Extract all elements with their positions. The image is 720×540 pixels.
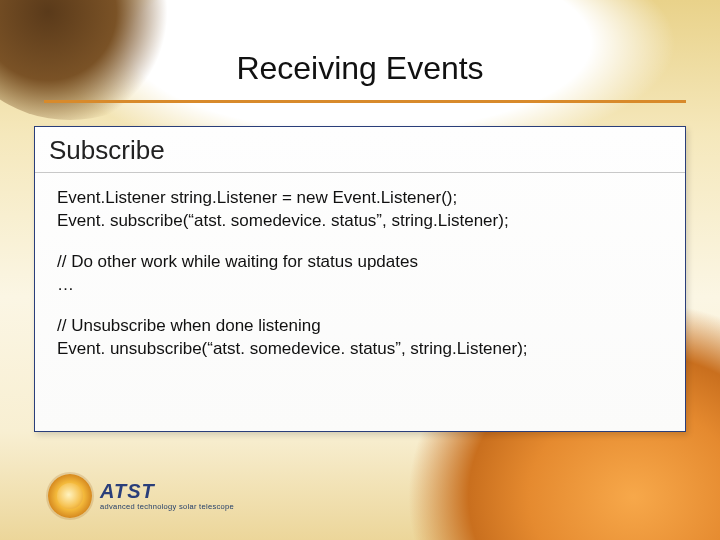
code-line: // Do other work while waiting for statu…: [57, 251, 665, 274]
logo-text: ATST advanced technology solar telescope: [100, 481, 234, 511]
logo-subtitle: advanced technology solar telescope: [100, 503, 234, 511]
code-line: // Unsubscribe when done listening: [57, 315, 665, 338]
title-area: Receiving Events: [0, 50, 720, 87]
code-block-3: // Unsubscribe when done listening Event…: [57, 315, 665, 361]
title-underline: [44, 100, 686, 103]
code-line: Event. subscribe(“atst. somedevice. stat…: [57, 210, 665, 233]
code-block-1: Event.Listener string.Listener = new Eve…: [57, 187, 665, 233]
code-block-2: // Do other work while waiting for statu…: [57, 251, 665, 297]
panel-body: Event.Listener string.Listener = new Eve…: [35, 173, 685, 393]
slide-title: Receiving Events: [236, 50, 483, 87]
sun-icon: [48, 474, 92, 518]
logo: ATST advanced technology solar telescope: [48, 474, 234, 518]
code-line: Event. unsubscribe(“atst. somedevice. st…: [57, 338, 665, 361]
code-line: …: [57, 274, 665, 297]
logo-acronym: ATST: [100, 481, 234, 501]
slide: Receiving Events Subscribe Event.Listene…: [0, 0, 720, 540]
panel-header: Subscribe: [35, 127, 685, 173]
code-line: Event.Listener string.Listener = new Eve…: [57, 187, 665, 210]
content-panel: Subscribe Event.Listener string.Listener…: [34, 126, 686, 432]
